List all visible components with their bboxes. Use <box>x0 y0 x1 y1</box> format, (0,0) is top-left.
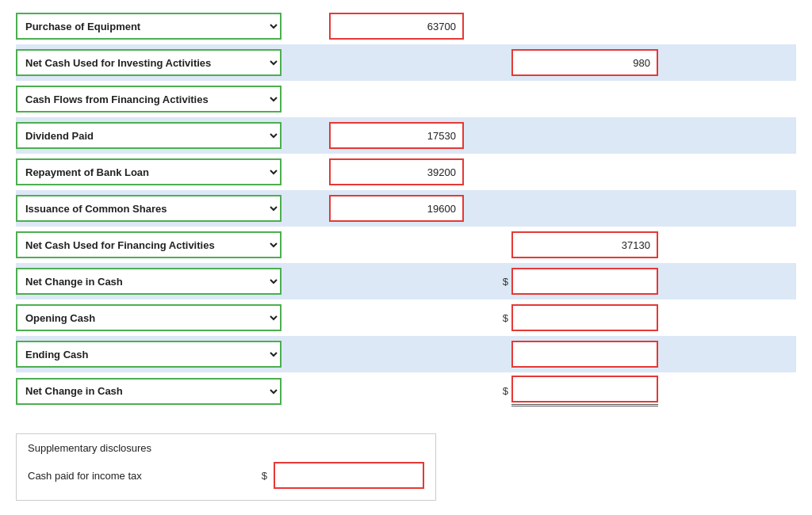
label-col-net-change-cash-2: Net Change in Cash <box>16 378 309 405</box>
supplementary-title: Supplementary disclosures <box>28 442 424 454</box>
mid-col-dividend-paid <box>309 122 484 149</box>
right-input-ending-cash[interactable] <box>511 341 658 368</box>
label-col-opening-cash: Opening Cash <box>16 304 309 331</box>
right-col-net-cash-investing <box>484 49 658 76</box>
rows-container: Purchase of EquipmentNet Cash Used for I… <box>16 8 796 410</box>
row-net-cash-investing: Net Cash Used for Investing Activities <box>16 44 796 81</box>
right-input-net-change-cash-2[interactable] <box>511 376 658 402</box>
dollar-sign-net-change-cash-1: $ <box>503 276 508 288</box>
label-col-dividend-paid: Dividend Paid <box>16 122 309 149</box>
label-col-ending-cash: Ending Cash <box>16 341 309 368</box>
label-select-opening-cash[interactable]: Opening Cash <box>16 304 282 331</box>
label-select-cash-flows-financing[interactable]: Cash Flows from Financing Activities <box>16 86 282 113</box>
label-select-net-change-cash-1[interactable]: Net Change in Cash <box>16 268 282 295</box>
row-issuance-common-shares: Issuance of Common Shares <box>16 190 796 227</box>
label-select-repayment-bank-loan[interactable]: Repayment of Bank Loan <box>16 158 282 185</box>
label-select-purchase-equipment[interactable]: Purchase of Equipment <box>16 13 282 40</box>
label-col-net-cash-financing: Net Cash Used for Financing Activities <box>16 231 309 258</box>
row-cash-flows-financing: Cash Flows from Financing Activities <box>16 81 796 117</box>
row-dividend-paid: Dividend Paid <box>16 117 796 154</box>
right-input-net-change-cash-1[interactable] <box>511 268 658 295</box>
label-col-cash-flows-financing: Cash Flows from Financing Activities <box>16 86 309 113</box>
mid-input-issuance-common-shares[interactable] <box>329 195 464 222</box>
row-opening-cash: Opening Cash$ <box>16 299 796 336</box>
dollar-sign-opening-cash: $ <box>503 312 508 324</box>
row-net-change-cash-2: Net Change in Cash$ <box>16 372 796 410</box>
dollar-sign-net-change-cash-2: $ <box>503 385 508 397</box>
label-col-net-cash-investing: Net Cash Used for Investing Activities <box>16 49 309 76</box>
right-input-opening-cash[interactable] <box>511 304 658 331</box>
mid-col-repayment-bank-loan <box>309 158 484 185</box>
double-underline-net-change-cash-2 <box>511 376 658 406</box>
label-col-repayment-bank-loan: Repayment of Bank Loan <box>16 158 309 185</box>
label-col-purchase-equipment: Purchase of Equipment <box>16 13 309 40</box>
supplementary-input[interactable] <box>274 462 424 489</box>
label-select-net-cash-financing[interactable]: Net Cash Used for Financing Activities <box>16 231 282 258</box>
right-col-ending-cash <box>484 341 658 368</box>
mid-input-dividend-paid[interactable] <box>329 122 464 149</box>
supplementary-label: Cash paid for income tax <box>28 470 255 482</box>
label-select-dividend-paid[interactable]: Dividend Paid <box>16 122 282 149</box>
mid-input-purchase-equipment[interactable] <box>329 13 464 40</box>
label-select-net-change-cash-2[interactable]: Net Change in Cash <box>16 378 282 405</box>
supplementary-section: Supplementary disclosures Cash paid for … <box>16 433 436 501</box>
label-select-ending-cash[interactable]: Ending Cash <box>16 341 282 368</box>
supplementary-dollar: $ <box>262 470 267 482</box>
right-col-net-change-cash-1: $ <box>484 268 658 295</box>
right-col-net-cash-financing <box>484 231 658 258</box>
mid-col-issuance-common-shares <box>309 195 484 222</box>
right-input-net-cash-financing[interactable] <box>511 231 658 258</box>
label-select-issuance-common-shares[interactable]: Issuance of Common Shares <box>16 195 282 222</box>
row-ending-cash: Ending Cash <box>16 336 796 372</box>
label-select-net-cash-investing[interactable]: Net Cash Used for Investing Activities <box>16 49 282 76</box>
supplementary-row: Cash paid for income tax $ <box>28 462 424 489</box>
right-input-net-cash-investing[interactable] <box>511 49 658 76</box>
right-col-opening-cash: $ <box>484 304 658 331</box>
row-net-change-cash-1: Net Change in Cash$ <box>16 263 796 299</box>
row-purchase-equipment: Purchase of Equipment <box>16 8 796 44</box>
main-container: Purchase of EquipmentNet Cash Used for I… <box>0 0 812 515</box>
right-col-net-change-cash-2: $ <box>484 376 658 406</box>
row-repayment-bank-loan: Repayment of Bank Loan <box>16 154 796 190</box>
label-col-issuance-common-shares: Issuance of Common Shares <box>16 195 309 222</box>
label-col-net-change-cash-1: Net Change in Cash <box>16 268 309 295</box>
row-net-cash-financing: Net Cash Used for Financing Activities <box>16 227 796 263</box>
mid-col-purchase-equipment <box>309 13 484 40</box>
mid-input-repayment-bank-loan[interactable] <box>329 158 464 185</box>
